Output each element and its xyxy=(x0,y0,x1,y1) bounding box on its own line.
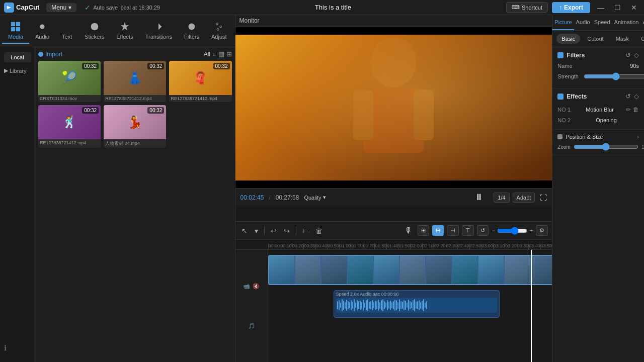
tab-adjust[interactable]: Adjust xyxy=(205,18,233,44)
effects-checkbox[interactable] xyxy=(557,94,564,100)
video-clip[interactable] xyxy=(268,255,552,285)
filters-reset-button[interactable]: ↺ xyxy=(625,51,631,59)
video-track-icon[interactable]: 📹 xyxy=(243,283,251,290)
sub-tabs: Basic Cutout Mask Canvas xyxy=(552,31,644,47)
playhead[interactable] xyxy=(531,250,532,362)
tab-audio[interactable]: Audio xyxy=(29,18,55,44)
audio-waveform xyxy=(336,298,497,313)
grid-icon[interactable]: ⊞ xyxy=(226,50,232,58)
fullscreen-button[interactable]: ⛶ xyxy=(540,194,547,202)
tab-filters[interactable]: Filters xyxy=(178,18,205,44)
zoom-slider[interactable] xyxy=(574,143,638,151)
audio-track-icon[interactable]: 🎵 xyxy=(248,322,256,330)
keyboard-icon: ⌨ xyxy=(512,4,520,11)
filters-keyframe-button[interactable]: ◇ xyxy=(634,51,639,59)
tab-media[interactable]: Media xyxy=(2,18,29,44)
menu-button[interactable]: Menu ▾ xyxy=(46,3,76,12)
file-thumb[interactable]: 💃 00:32 人物素材 04.mp4 xyxy=(104,105,166,148)
close-button[interactable]: ✕ xyxy=(628,4,640,12)
library-button[interactable]: ▶ Library xyxy=(0,64,35,77)
mic-button[interactable]: 🎙 xyxy=(403,225,415,236)
strength-slider[interactable] xyxy=(584,72,644,80)
local-button[interactable]: Local xyxy=(4,52,31,62)
file-thumb[interactable]: 🕺 00:32 RE127838721412.mp4 xyxy=(38,105,101,148)
position-expand-icon[interactable]: › xyxy=(637,134,639,140)
filter-icon[interactable]: ≡ xyxy=(212,50,216,58)
file-thumb[interactable]: 🧣 00:32 RE127838721412.mp4 xyxy=(169,61,231,102)
grid-list-icon[interactable]: ▦ xyxy=(218,50,224,58)
info-icon[interactable]: ℹ xyxy=(4,344,7,352)
minimize-button[interactable]: — xyxy=(594,4,607,12)
tab-effects[interactable]: Effects xyxy=(110,18,139,44)
import-button[interactable]: Import xyxy=(38,51,62,58)
file-thumb[interactable]: 🎾 00:32 CRST001334.mov xyxy=(38,61,101,102)
right-tab-audio[interactable]: Audio xyxy=(574,15,592,30)
zoom-in-icon: + xyxy=(529,227,533,234)
timeline: ↖ ▾ ↩ ↪ ⊢ 🗑 🎙 ⊞ ⊟ ⊣ ⊤ ↺ − xyxy=(235,221,552,362)
right-tab-adjust[interactable]: Adjust xyxy=(640,15,644,30)
monitor-video xyxy=(235,27,552,188)
position-header: Position & Size › xyxy=(557,134,639,140)
right-tabs: Picture Audio Speed Animation Adjust xyxy=(552,15,644,31)
tab-stickers[interactable]: Stickers xyxy=(78,18,110,44)
tab-transitions[interactable]: Transitions xyxy=(139,18,178,44)
effect-edit-button[interactable]: ✏ xyxy=(626,106,631,113)
effect-item-2: NO 2 Opening xyxy=(557,115,639,125)
sub-tab-mask[interactable]: Mask xyxy=(611,34,634,44)
undo-button[interactable]: ↩ xyxy=(269,226,279,236)
tl-settings-button[interactable]: ⚙ xyxy=(536,225,548,236)
select-tool-button[interactable]: ↖ xyxy=(239,226,250,236)
audio-track: Speed 2.0x Audio.aac 00:00:00 xyxy=(334,290,500,318)
filters-title: Filters xyxy=(567,52,585,59)
topbar-right: ⌨ Shortcut ↑ Export — ☐ ✕ xyxy=(506,2,640,13)
effects-reset-button[interactable]: ↺ xyxy=(625,93,631,100)
right-tab-picture[interactable]: Picture xyxy=(552,15,574,30)
video-track[interactable] xyxy=(268,255,552,290)
shortcut-button[interactable]: ⌨ Shortcut xyxy=(506,2,548,13)
position-title: Position & Size xyxy=(566,134,603,140)
topbar: CapCut Menu ▾ ✓ Auto save local at 16:30… xyxy=(0,0,644,15)
position-indicator xyxy=(557,134,562,139)
maximize-button[interactable]: ☐ xyxy=(611,4,624,12)
monitor-right-controls: 1/4 Adapt xyxy=(494,193,535,203)
monitor-controls: 00:02:45 / 00:27:58 Quality ▾ ⏸ 1/4 Adap… xyxy=(235,188,552,206)
tl-tool2[interactable]: ⊟ xyxy=(432,225,444,236)
sub-tab-canvas[interactable]: Canvas xyxy=(636,34,644,44)
resolution-button[interactable]: 1/4 xyxy=(494,193,509,203)
tl-tool4[interactable]: ⊤ xyxy=(462,225,474,236)
play-pause-button[interactable]: ⏸ xyxy=(474,192,484,203)
export-button[interactable]: ↑ Export xyxy=(552,2,590,13)
effects-keyframe-button[interactable]: ◇ xyxy=(634,93,639,100)
timeline-toolbar-right: 🎙 ⊞ ⊟ ⊣ ⊤ ↺ − + ⚙ xyxy=(403,225,548,236)
center-panel: Monitor 00:02:45 / 00:27:58 xyxy=(235,15,552,221)
video-track-mute[interactable]: 🔇 xyxy=(252,283,260,290)
timeline-bottom-icons: ℹ xyxy=(4,344,7,352)
split-button[interactable]: ⊢ xyxy=(300,226,310,236)
file-thumb[interactable]: 👗 00:32 RE127838721412.mp4 xyxy=(104,61,166,102)
zoom-out-icon: − xyxy=(492,227,495,234)
quality-button[interactable]: Quality ▾ xyxy=(304,194,326,201)
tl-tool1[interactable]: ⊞ xyxy=(418,225,429,236)
zoom-slider-input[interactable] xyxy=(497,227,527,235)
adapt-button[interactable]: Adapt xyxy=(513,193,535,203)
tab-text[interactable]: Text xyxy=(55,18,78,44)
right-tab-animation[interactable]: Animation xyxy=(612,15,641,30)
effect-delete-button[interactable]: 🗑 xyxy=(633,106,639,113)
track-area: Speed 2.0x Audio.aac 00:00:00 xyxy=(268,250,552,362)
tl-loop-button[interactable]: ↺ xyxy=(477,225,489,236)
select-dropdown-button[interactable]: ▾ xyxy=(253,226,260,236)
sub-tab-cutout[interactable]: Cutout xyxy=(582,34,608,44)
right-tab-speed[interactable]: Speed xyxy=(592,15,612,30)
sub-tab-basic[interactable]: Basic xyxy=(556,34,580,44)
audio-clip[interactable]: Speed 2.0x Audio.aac 00:00:00 xyxy=(334,290,500,318)
delete-button[interactable]: 🗑 xyxy=(313,226,325,236)
filters-checkbox[interactable] xyxy=(557,52,564,58)
svg-rect-4 xyxy=(16,27,20,31)
project-title[interactable]: This is a title xyxy=(164,4,502,11)
svg-point-10 xyxy=(217,29,219,31)
tl-tool3[interactable]: ⊣ xyxy=(447,225,459,236)
files-grid: 🎾 00:32 CRST001334.mov 👗 00:32 RE1278387… xyxy=(38,61,232,148)
redo-button[interactable]: ↪ xyxy=(282,226,292,236)
audio-clip-label: Speed 2.0x Audio.aac 00:00:00 xyxy=(336,292,497,297)
svg-point-7 xyxy=(189,24,195,30)
